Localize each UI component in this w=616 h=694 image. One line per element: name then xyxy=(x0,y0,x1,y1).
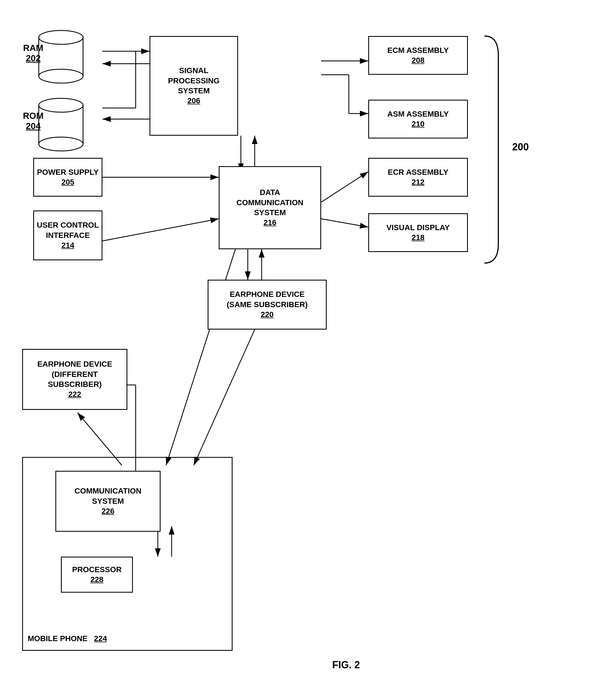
data-comm-box: DATA COMMUNICATION SYSTEM 216 xyxy=(219,166,321,249)
mp-label: MOBILE PHONE xyxy=(28,634,88,643)
proc-ref: 228 xyxy=(91,574,104,585)
svg-point-28 xyxy=(39,31,83,44)
user-control-box: USER CONTROL INTERFACE 214 xyxy=(33,211,102,260)
fig-label: FIG. 2 xyxy=(332,659,360,671)
uci-line2: INTERFACE xyxy=(46,231,90,240)
svg-line-21 xyxy=(194,330,255,465)
sps-line2: PROCESSING xyxy=(168,76,220,86)
ed-ref: 222 xyxy=(68,389,81,399)
ecm-line1: ECM ASSEMBLY xyxy=(387,45,449,55)
vd-line1: VISUAL DISPLAY xyxy=(387,223,450,233)
sps-ref: 206 xyxy=(187,96,201,106)
sps-line1: SIGNAL xyxy=(179,66,208,76)
vd-ref: 218 xyxy=(412,233,425,243)
ps-ref: 205 xyxy=(61,177,74,187)
ecm-assembly-box: ECM ASSEMBLY 208 xyxy=(368,36,468,75)
ecm-ref: 208 xyxy=(412,55,425,65)
earphone-same-box: EARPHONE DEVICE (SAME SUBSCRIBER) 220 xyxy=(208,280,327,330)
proc-line1: PROCESSOR xyxy=(72,565,122,574)
comm-system-box: COMMUNICATION SYSTEM 226 xyxy=(55,471,161,532)
uci-ref: 214 xyxy=(61,240,74,250)
mp-ref: 224 xyxy=(94,634,107,643)
svg-line-9 xyxy=(102,219,219,241)
asm-line1: ASM ASSEMBLY xyxy=(387,109,449,119)
svg-point-31 xyxy=(39,98,83,112)
power-supply-box: POWER SUPPLY 205 xyxy=(33,158,102,197)
uci-line1: USER CONTROL xyxy=(37,220,99,230)
dcs-ref: 216 xyxy=(264,218,277,227)
cs-line1: COMMUNICATION xyxy=(74,486,142,496)
cs-line2: SYSTEM xyxy=(92,496,124,506)
asm-assembly-box: ASM ASSEMBLY 210 xyxy=(368,100,468,139)
ecr-line1: ECR ASSEMBLY xyxy=(388,167,448,177)
ed-line1: EARPHONE DEVICE xyxy=(37,359,112,369)
rom-label: ROM xyxy=(5,111,61,121)
ecr-ref: 212 xyxy=(412,177,425,187)
earphone-diff-box: EARPHONE DEVICE (DIFFERENT SUBSCRIBER) 2… xyxy=(22,349,127,410)
dcs-line3: SYSTEM xyxy=(254,208,286,218)
svg-point-29 xyxy=(39,69,83,83)
dcs-line2: COMMUNICATION xyxy=(237,198,303,208)
dcs-line1: DATA xyxy=(260,187,280,198)
processor-box: PROCESSOR 228 xyxy=(61,556,133,592)
cs-ref: 226 xyxy=(101,506,115,516)
svg-line-16 xyxy=(321,172,368,202)
mobile-phone-label: MOBILE PHONE 224 xyxy=(28,634,107,643)
ecr-assembly-box: ECR ASSEMBLY 212 xyxy=(368,158,468,197)
ram-ref: 202 xyxy=(5,53,61,63)
es-line2: (SAME SUBSCRIBER) xyxy=(227,300,307,310)
es-line1: EARPHONE DEVICE xyxy=(230,289,305,299)
ram-label: RAM xyxy=(5,43,61,53)
diagram: RAM 202 ROM 204 SIGNAL PROCESSING SYSTEM… xyxy=(0,0,616,694)
ed-line2: (DIFFERENT SUBSCRIBER) xyxy=(26,369,124,390)
visual-display-box: VISUAL DISPLAY 218 xyxy=(368,213,468,252)
rom-ref: 204 xyxy=(5,121,61,131)
svg-line-17 xyxy=(321,219,368,227)
svg-point-32 xyxy=(39,137,83,151)
asm-ref: 210 xyxy=(412,119,425,129)
system-ref-label: 200 xyxy=(512,141,529,153)
ps-line1: POWER SUPPLY xyxy=(37,167,98,177)
es-ref: 220 xyxy=(261,310,274,319)
sps-line3: SYSTEM xyxy=(178,86,210,96)
signal-processing-box: SIGNAL PROCESSING SYSTEM 206 xyxy=(149,36,238,136)
